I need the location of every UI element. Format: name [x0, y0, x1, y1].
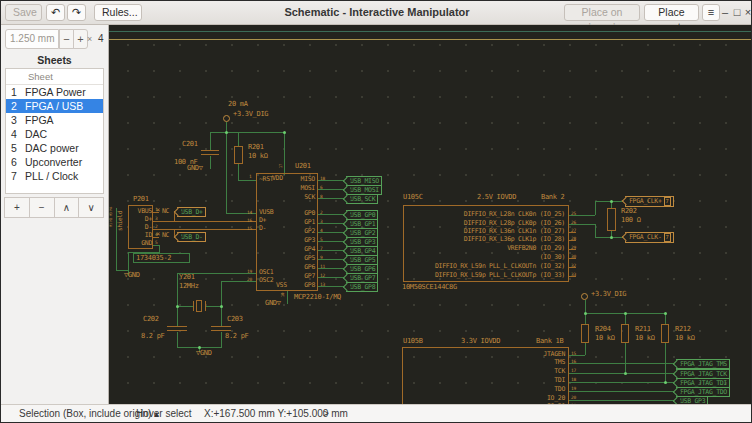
- remove-sheet-button[interactable]: −: [29, 197, 55, 218]
- sheet-row-fpga-usb[interactable]: 2FPGA / USB: [6, 99, 103, 113]
- schematic-text: 1: [249, 173, 251, 180]
- schematic-text: 30: [571, 253, 576, 260]
- sheet-name: FPGA: [25, 113, 54, 127]
- move-sheet-up-button[interactable]: ∧: [54, 197, 80, 218]
- grid-plus-button[interactable]: +: [73, 29, 88, 49]
- schematic-text: 4: [320, 227, 322, 234]
- schematic-wire: [193, 301, 194, 311]
- schematic-canvas[interactable]: 20 mA+3.3V_DIGC201100 nFGND▽R20110 kΩ1U2…: [109, 25, 752, 406]
- sheet-row-dac-power[interactable]: 5DAC power: [6, 141, 103, 155]
- schematic-text: 25: [571, 210, 576, 217]
- component-outline: [196, 300, 202, 312]
- schematic-text: (IO_30): [540, 254, 565, 261]
- schematic-text: 3: [320, 218, 322, 225]
- junction-dot: [624, 312, 627, 315]
- schematic-wire: [153, 229, 256, 230]
- sheet-row-fpga[interactable]: 3FPGA: [6, 113, 103, 127]
- component-outline: [607, 208, 616, 231]
- junction-dot: [176, 305, 179, 308]
- schematic-text: C203: [227, 316, 243, 323]
- schematic-text: SCK: [304, 194, 315, 201]
- schematic-text: Bank 1B: [536, 338, 563, 345]
- schematic-wire: [153, 221, 256, 222]
- grid-spacing-input[interactable]: 1.250 mm: [5, 29, 59, 49]
- schematic-text: 10 kΩ: [595, 335, 615, 342]
- schematic-text: GND▽: [187, 165, 203, 172]
- schematic-wire: [238, 164, 239, 180]
- sheet-row-fpga-power[interactable]: 1FPGA Power: [6, 85, 103, 99]
- schematic-wire: [177, 273, 178, 306]
- schematic-text: 28: [571, 235, 576, 242]
- schematic-text: +3.3V_DIG: [233, 111, 268, 118]
- schematic-text: 16: [247, 217, 252, 224]
- net-label-tag: FPGA_JTAG_TMS: [676, 359, 730, 369]
- schematic-text: MCP2210-I/MQ: [294, 294, 341, 301]
- sheet-name: FPGA / USB: [25, 99, 83, 113]
- close-icon[interactable]: ×: [740, 4, 752, 21]
- schematic-text: 3.3V IOVDD: [461, 338, 500, 345]
- schematic-text: D+: [259, 217, 266, 224]
- redo-button[interactable]: ↷: [67, 4, 86, 21]
- schematic-text: GP1: [304, 219, 315, 226]
- sheet-reference: 7: [664, 197, 671, 206]
- schematic-text: 10M50SCE144C8G: [402, 284, 457, 291]
- schematic-text: 8.2 pF: [225, 333, 249, 340]
- junction-dot: [664, 381, 667, 384]
- sheet-number: 3: [6, 113, 25, 127]
- schematic-text: VDD: [272, 175, 283, 182]
- schematic-text: U105B: [403, 338, 423, 345]
- schematic-text: 2: [320, 209, 322, 216]
- schematic-wire: [167, 326, 187, 327]
- schematic-text: +3.3V_DIG: [591, 291, 626, 298]
- schematic-text: 20: [571, 394, 576, 401]
- expander-icon[interactable]: >: [323, 408, 329, 419]
- net-label-tag: USB_SCK: [346, 194, 378, 204]
- undo-button[interactable]: ↶: [46, 4, 65, 21]
- sheet-row-upconverter[interactable]: 6Upconverter: [6, 155, 103, 169]
- schematic-text: 9: [320, 254, 322, 261]
- junction-dot: [584, 312, 587, 315]
- save-button[interactable]: Save: [5, 4, 42, 21]
- schematic-text: 10 kΩ: [248, 153, 268, 160]
- schematic-text: ▽GND: [196, 350, 212, 357]
- schematic-wire: [226, 122, 227, 213]
- schematic-wire: [210, 132, 211, 150]
- junction-dot: [220, 305, 223, 308]
- schematic-text: ID: [145, 232, 152, 239]
- schematic-text: GP4: [304, 246, 315, 253]
- schematic-text: C201: [182, 141, 198, 148]
- place-part-button[interactable]: Place part: [644, 4, 699, 21]
- schematic-wire: [167, 330, 187, 331]
- schematic-text: 2.5V IOVDD: [477, 194, 516, 201]
- schematic-text: GP7: [304, 273, 315, 280]
- schematic-text: GP6: [304, 264, 315, 271]
- hover-select-label: Hover select: [136, 408, 192, 419]
- junction-dot: [610, 200, 613, 203]
- schematic-wire: [205, 306, 221, 307]
- schematic-text: NC: [162, 232, 169, 239]
- sheet-row-dac[interactable]: 4DAC: [6, 127, 103, 141]
- add-sheet-button[interactable]: +: [4, 197, 30, 218]
- place-on-board-button[interactable]: Place on board: [564, 4, 640, 21]
- schematic-wire: [287, 291, 288, 304]
- junction-dot: [610, 236, 613, 239]
- schematic-wire: [585, 343, 586, 355]
- power-symbol-icon: [223, 115, 230, 122]
- schematic-wire: [569, 391, 674, 392]
- schematic-text: MISO: [301, 176, 315, 183]
- sheet-row-pll-clock[interactable]: 7PLL / Clock: [6, 169, 103, 183]
- schematic-text: 18: [320, 175, 325, 182]
- schematic-wire: [569, 400, 674, 401]
- rules-button[interactable]: Rules...: [94, 4, 142, 21]
- schematic-text: 5: [320, 236, 322, 243]
- schematic-text: ×: [156, 231, 160, 238]
- net-label-tag: USB_GP8: [346, 282, 378, 292]
- schematic-text: GND: [141, 240, 152, 247]
- junction-dot: [225, 131, 228, 134]
- grid-minus-button[interactable]: −: [59, 29, 74, 49]
- schematic-text: TCK: [554, 368, 565, 375]
- move-sheet-down-button[interactable]: ∨: [78, 197, 104, 218]
- schematic-text: VSS: [276, 282, 287, 289]
- schematic-text: 26: [571, 219, 576, 226]
- schematic-wire: [211, 330, 231, 331]
